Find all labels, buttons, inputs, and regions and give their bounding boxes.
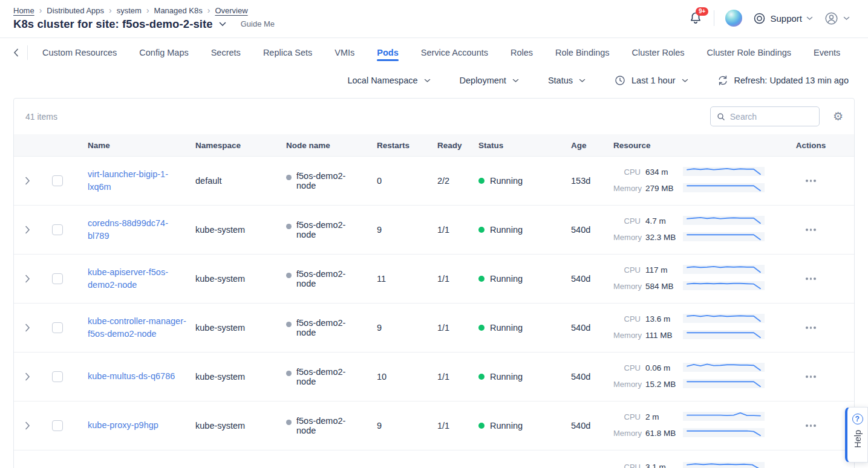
breadcrumb-home[interactable]: Home (13, 6, 34, 15)
memory-sparkline (683, 330, 765, 339)
expand-row-button[interactable] (25, 226, 30, 234)
status-cell: Running (490, 421, 523, 431)
filter-label: Deployment (460, 76, 506, 85)
row-actions-button[interactable] (802, 421, 820, 431)
tab-label: Roles (511, 48, 533, 57)
row-checkbox[interactable] (52, 420, 63, 431)
tab-cluster-roles[interactable]: Cluster Roles (632, 40, 685, 65)
tab-secrets[interactable]: Secrets (211, 40, 241, 65)
expand-row-button[interactable] (25, 177, 30, 185)
table-row: kube-controller-manager-f5os-demo2-node … (14, 303, 854, 352)
gear-icon[interactable]: ⚙ (833, 111, 843, 122)
restarts-cell: 9 (377, 323, 437, 333)
ready-cell: 1/1 (437, 274, 478, 284)
notification-badge: 9+ (696, 7, 708, 16)
row-actions-button[interactable] (802, 225, 820, 235)
row-checkbox[interactable] (52, 224, 63, 235)
chevron-down-icon (806, 16, 813, 21)
chevron-down-icon (424, 79, 431, 83)
ready-cell: 1/1 (437, 323, 478, 333)
support-menu[interactable]: Support (753, 12, 813, 25)
column-header-status: Status (478, 141, 571, 150)
filter-local-namespace[interactable]: Local Namespace (347, 76, 430, 85)
tab-config-maps[interactable]: Config Maps (139, 40, 188, 65)
cpu-value: 634 m (645, 167, 678, 178)
tab-vmis[interactable]: VMIs (334, 40, 354, 65)
filter-label: Status (548, 76, 573, 85)
help-button[interactable]: ? Help (845, 407, 868, 463)
tab-label: Events (814, 48, 840, 57)
account-menu[interactable] (824, 11, 850, 26)
filter-status[interactable]: Status (548, 76, 586, 85)
breadcrumb-distributed-apps[interactable]: Distributed Apps (47, 6, 104, 15)
row-actions-button[interactable] (802, 176, 820, 186)
node-name-cell: f5os-demo2-node (296, 416, 357, 435)
title-dropdown-chevron-icon[interactable] (219, 22, 226, 27)
cpu-value: 0.06 m (645, 363, 678, 374)
tab-roles[interactable]: Roles (511, 40, 533, 65)
chevron-right-icon (25, 421, 30, 430)
notifications-button[interactable]: 9+ (688, 11, 703, 25)
row-actions-button[interactable] (802, 274, 820, 284)
age-cell: 540d (571, 421, 613, 431)
breadcrumb-overview[interactable]: Overview (215, 6, 247, 15)
filter-label: Last 1 hour (631, 76, 676, 85)
expand-row-button[interactable] (25, 372, 30, 381)
filter-time-range[interactable]: Last 1 hour (615, 75, 688, 86)
row-checkbox[interactable] (52, 322, 63, 333)
breadcrumb-system[interactable]: system (117, 6, 142, 15)
age-cell: 540d (571, 225, 613, 235)
tab-pods[interactable]: Pods (377, 40, 398, 65)
cpu-sparkline (683, 167, 765, 176)
expand-row-button[interactable] (25, 275, 30, 283)
breadcrumb-managed-k8s[interactable]: Managed K8s (154, 6, 203, 15)
tab-role-bindings[interactable]: Role Bindings (555, 40, 609, 65)
row-checkbox[interactable] (52, 175, 63, 186)
column-header-age: Age (571, 141, 613, 150)
filter-deployment[interactable]: Deployment (460, 76, 519, 85)
memory-label: Memory (613, 379, 641, 389)
restarts-cell: 10 (377, 372, 437, 382)
refresh-control[interactable]: Refresh: Updated 13 min ago (717, 75, 849, 86)
namespace-cell: kube-system (195, 323, 286, 333)
pod-name-link[interactable]: coredns-88d99dc74-bl789 (88, 217, 187, 242)
column-header-name: Name (74, 141, 195, 150)
ready-cell: 1/1 (437, 372, 478, 382)
pod-name-link[interactable]: kube-controller-manager-f5os-demo2-node (88, 315, 187, 340)
status-dot (478, 178, 485, 184)
guide-me-link[interactable]: Guide Me (241, 19, 275, 28)
cpu-label: CPU (613, 167, 641, 177)
items-count: 41 items (25, 112, 57, 122)
tab-label: Custom Resources (42, 48, 117, 57)
row-actions-button[interactable] (802, 323, 820, 333)
tab-custom-resources[interactable]: Custom Resources (42, 40, 117, 65)
pod-name-link[interactable]: kube-proxy-p9hgp (88, 419, 158, 432)
chevron-right-icon (25, 372, 30, 381)
status-cell: Running (490, 372, 523, 382)
row-checkbox[interactable] (52, 371, 63, 382)
column-header-actions: Actions (768, 141, 854, 150)
tab-label: Secrets (211, 48, 241, 57)
tab-label: Config Maps (139, 48, 188, 57)
tab-cluster-role-bindings[interactable]: Cluster Role Bindings (707, 40, 791, 65)
memory-label: Memory (613, 183, 641, 193)
expand-row-button[interactable] (25, 323, 30, 332)
tab-events[interactable]: Events (814, 40, 840, 65)
search-input[interactable] (730, 112, 813, 122)
pod-name-link[interactable]: kube-apiserver-f5os-demo2-node (88, 266, 187, 291)
tab-list: Custom Resources Config Maps Secrets Rep… (42, 40, 840, 65)
pod-name-link[interactable]: kube-multus-ds-q6786 (88, 370, 175, 383)
tab-scroll-left-button[interactable] (13, 48, 27, 57)
row-actions-button[interactable] (802, 372, 820, 382)
memory-value: 61.8 MB (645, 428, 678, 440)
memory-sparkline (683, 379, 765, 388)
expand-row-button[interactable] (25, 421, 30, 430)
memory-sparkline (683, 281, 765, 290)
pod-name-link[interactable]: virt-launcher-bigip-1-lxq6m (88, 168, 187, 193)
assistant-orb-icon[interactable] (725, 10, 742, 27)
row-checkbox[interactable] (52, 273, 63, 284)
tab-service-accounts[interactable]: Service Accounts (421, 40, 488, 65)
tab-replica-sets[interactable]: Replica Sets (263, 40, 312, 65)
restarts-cell: 11 (377, 274, 437, 284)
cpu-label: CPU (613, 314, 641, 323)
